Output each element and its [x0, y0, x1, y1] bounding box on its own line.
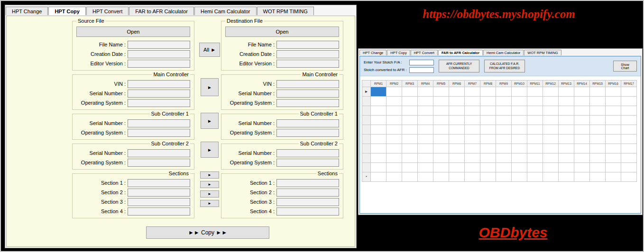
grid-cell[interactable] [449, 116, 465, 125]
grid-cell[interactable] [371, 116, 386, 125]
grid-cell[interactable] [418, 87, 433, 97]
grid-cell[interactable] [559, 87, 574, 97]
grid-cell[interactable] [449, 153, 465, 163]
grid-cell[interactable] [543, 125, 559, 135]
grid-cell[interactable] [480, 144, 496, 153]
grid-cell[interactable] [402, 172, 418, 182]
grid-cell[interactable] [512, 135, 527, 144]
left-tab-hpt-copy[interactable]: HPT Copy [48, 7, 86, 15]
grid-cell[interactable] [543, 163, 559, 172]
grid-cell[interactable] [418, 163, 433, 172]
grid-cell[interactable] [418, 153, 433, 163]
grid-cell[interactable] [371, 163, 386, 172]
grid-cell[interactable] [371, 97, 386, 106]
grid-cell[interactable] [543, 144, 559, 153]
grid-cell[interactable] [402, 97, 418, 106]
source-input-operating-system[interactable] [128, 99, 190, 107]
destination-input-file-name[interactable] [276, 41, 339, 49]
grid-cell[interactable] [433, 97, 449, 106]
source-input-section-3[interactable] [128, 198, 190, 206]
grid-cell[interactable] [606, 163, 621, 172]
grid-cell[interactable] [386, 172, 402, 182]
grid-cell[interactable] [449, 172, 465, 182]
grid-row-header[interactable] [362, 163, 371, 172]
grid-cell[interactable] [590, 153, 606, 163]
grid-row-header[interactable] [362, 135, 371, 144]
grid-cell[interactable] [590, 87, 606, 97]
destination-input-serial-number[interactable] [276, 149, 339, 157]
source-input-section-4[interactable] [128, 207, 190, 216]
right-tab-hpt-copy[interactable]: HPT Copy [387, 50, 410, 55]
grid-cell[interactable] [543, 153, 559, 163]
grid-cell[interactable] [512, 172, 527, 182]
grid-cell[interactable] [527, 153, 543, 163]
grid-cell[interactable] [574, 97, 590, 106]
grid-cell[interactable] [402, 125, 418, 135]
grid-cell[interactable] [590, 97, 606, 106]
grid-cell[interactable] [480, 163, 496, 172]
grid-cell[interactable] [465, 87, 480, 97]
source-input-creation-date[interactable] [128, 50, 190, 58]
grid-cell[interactable] [402, 135, 418, 144]
grid-cell[interactable] [371, 144, 386, 153]
grid-cell[interactable] [402, 163, 418, 172]
grid-cell[interactable] [574, 106, 590, 116]
grid-cell[interactable] [496, 144, 512, 153]
source-input-vin[interactable] [128, 80, 190, 88]
grid-cell[interactable] [496, 135, 512, 144]
grid-cell[interactable] [371, 87, 386, 97]
grid-cell[interactable] [449, 106, 465, 116]
right-tab-wot-rpm-timing[interactable]: WOT RPM TIMING [524, 50, 561, 55]
grid-cell[interactable] [606, 125, 621, 135]
grid-cell[interactable] [433, 106, 449, 116]
grid-cell[interactable] [621, 153, 637, 163]
grid-cell[interactable] [512, 87, 527, 97]
grid-cell[interactable] [480, 97, 496, 106]
grid-cell[interactable] [433, 144, 449, 153]
grid-cell[interactable] [621, 116, 637, 125]
copy-all-button[interactable]: All ► [199, 43, 220, 57]
grid-cell[interactable] [480, 125, 496, 135]
grid-cell[interactable] [527, 87, 543, 97]
grid-cell[interactable] [606, 135, 621, 144]
right-tab-hemi-cam-calculator[interactable]: Hemi Cam Calculator [483, 50, 524, 55]
grid-cell[interactable] [418, 144, 433, 153]
destination-input-creation-date[interactable] [276, 50, 339, 58]
grid-cell[interactable] [371, 172, 386, 182]
grid-cell[interactable] [606, 153, 621, 163]
grid-cell[interactable] [433, 153, 449, 163]
grid-cell[interactable] [371, 135, 386, 144]
grid-cell[interactable] [465, 135, 480, 144]
grid-cell[interactable] [527, 125, 543, 135]
grid-cell[interactable] [480, 153, 496, 163]
copy-sub-controller-2-button[interactable]: ► [201, 142, 219, 158]
grid-cell[interactable] [465, 106, 480, 116]
grid-cell[interactable] [606, 116, 621, 125]
grid-cell[interactable] [496, 97, 512, 106]
grid-cell[interactable] [574, 144, 590, 153]
grid-cell[interactable] [386, 125, 402, 135]
grid-cell[interactable] [590, 163, 606, 172]
left-tab-hpt-change[interactable]: HPT Change [6, 7, 48, 15]
grid-cell[interactable] [574, 135, 590, 144]
grid-row-header[interactable] [362, 116, 371, 125]
grid-cell[interactable] [449, 163, 465, 172]
grid-cell[interactable] [386, 97, 402, 106]
calculated-far-from-afr-button[interactable]: CALCULATED F.A.R. FROM AFR DESIRED [484, 60, 525, 72]
grid-cell[interactable] [371, 125, 386, 135]
grid-cell[interactable] [465, 97, 480, 106]
grid-cell[interactable] [449, 97, 465, 106]
show-chart-button[interactable]: Show Chart [613, 61, 637, 72]
grid-row-header[interactable]: * [362, 172, 371, 182]
grid-cell[interactable] [574, 163, 590, 172]
grid-cell[interactable] [559, 106, 574, 116]
grid-row-header[interactable] [362, 106, 371, 116]
destination-input-vin[interactable] [276, 80, 339, 88]
grid-cell[interactable] [496, 153, 512, 163]
grid-cell[interactable] [465, 163, 480, 172]
grid-cell[interactable] [590, 172, 606, 182]
grid-cell[interactable] [371, 106, 386, 116]
grid-cell[interactable] [621, 163, 637, 172]
grid-cell[interactable] [386, 87, 402, 97]
destination-input-section-3[interactable] [276, 198, 339, 206]
